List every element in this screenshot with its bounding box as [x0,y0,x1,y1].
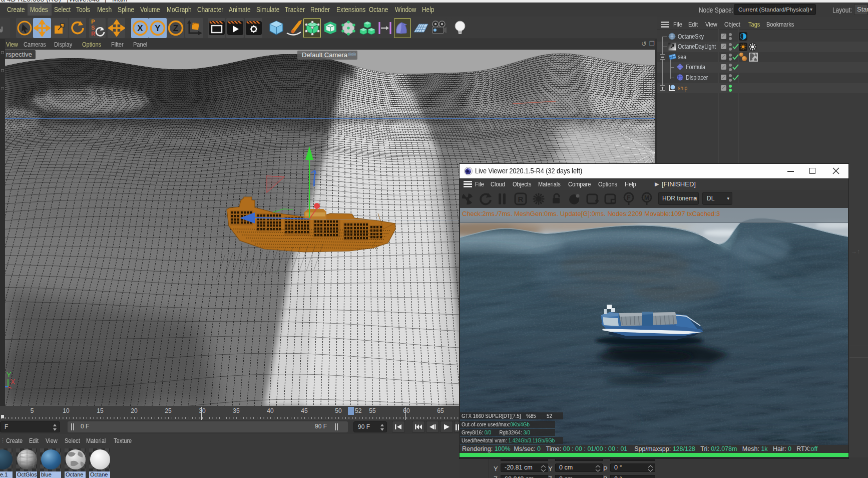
svg-text:R: R [518,195,524,203]
svg-text:Y: Y [155,24,161,33]
svg-text:X: X [11,378,16,386]
svg-text:F: F [627,194,630,201]
svg-text:Z: Z [173,24,178,33]
svg-text:X: X [137,24,143,33]
svg-text:M: M [644,194,649,201]
